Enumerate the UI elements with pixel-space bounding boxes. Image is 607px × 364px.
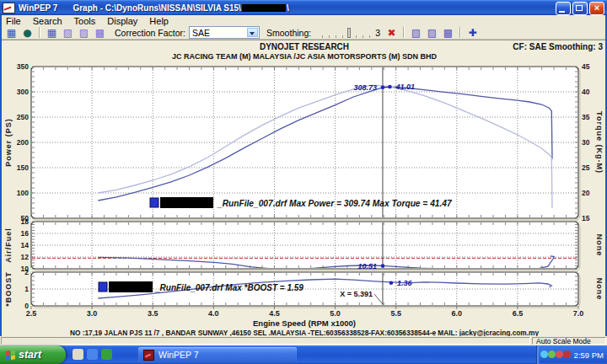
- internet-explorer-icon[interactable]: [87, 349, 98, 360]
- taskbar-clock[interactable]: 2:59 PM: [574, 351, 604, 360]
- globe-icon[interactable]: ●: [19, 27, 35, 39]
- tray-arrow-icon[interactable]: [540, 351, 548, 358]
- graph-workspace: DYNOJET RESEARCHJC RACING TEAM (M) MALAY…: [0, 40, 607, 336]
- legend-redaction: [160, 197, 213, 208]
- scale-mode-status: Auto Scale Mode: [532, 337, 606, 345]
- value-annotation: 1.36: [397, 279, 413, 287]
- chart-subtitle: JC RACING TEAM (M) MALAYSIA /JC ASIA MOT…: [172, 52, 438, 61]
- svg-text:150: 150: [17, 163, 29, 172]
- legend-text: _RunFile_007.drf Max Power = 309.74 Max …: [217, 199, 453, 208]
- svg-text:3.0: 3.0: [87, 309, 98, 318]
- pan-graph-icon[interactable]: ▨: [424, 27, 440, 39]
- smoothing-value: 3: [375, 28, 380, 38]
- marker-dot: [389, 281, 394, 286]
- system-tray: 2:59 PM: [536, 345, 607, 364]
- svg-text:1: 1: [24, 285, 29, 293]
- svg-text:30: 30: [582, 138, 590, 147]
- quick-launch: [73, 349, 112, 360]
- task-label: WinPEP 7: [158, 350, 199, 360]
- app-title: WinPEP 7: [19, 3, 57, 13]
- smoothing-label: Smoothing:: [266, 28, 311, 38]
- svg-text:350: 350: [17, 62, 29, 71]
- start-label: start: [19, 349, 41, 361]
- minimize-button[interactable]: [556, 2, 571, 15]
- x-axis-title: Engine Speed (RPM x1000): [253, 318, 356, 328]
- tray-icons: [540, 350, 571, 360]
- correction-factor-select[interactable]: SAE: [189, 26, 260, 39]
- svg-text:5.5: 5.5: [390, 309, 401, 318]
- svg-text:4.5: 4.5: [269, 309, 280, 318]
- y-axis-title: *BOOST: [4, 271, 13, 307]
- close-button[interactable]: ×: [589, 2, 604, 15]
- windows-flag-icon: [6, 350, 15, 361]
- cursor-x-label: X = 5.391: [340, 290, 373, 298]
- legend-text: _RunFile_007.drf Max *BOOST = 1.59: [154, 283, 304, 292]
- tray-shield-icon[interactable]: [556, 351, 563, 358]
- svg-text:2.5: 2.5: [26, 309, 37, 318]
- graph-power-icon[interactable]: ▦: [44, 27, 60, 39]
- toolbar-graph-icons: ▦▧▨▩: [44, 27, 108, 39]
- restore-button[interactable]: [572, 2, 588, 15]
- tray-clock-icon[interactable]: [563, 351, 571, 358]
- value-annotation: 10.51: [357, 262, 377, 270]
- svg-text:45: 45: [582, 62, 590, 71]
- y2-axis-title: None: [595, 234, 604, 257]
- menu-search[interactable]: Search: [27, 16, 68, 26]
- delete-run-icon[interactable]: ✖: [384, 27, 400, 39]
- svg-text:200: 200: [17, 138, 29, 147]
- smoothing-slider[interactable]: [316, 28, 370, 38]
- document-title: Graph - C:\DynoRuns\NISSAN\SILVIA S15\\: [73, 3, 288, 13]
- svg-text:20: 20: [582, 189, 590, 197]
- start-button[interactable]: start: [0, 345, 66, 364]
- status-segment: [1, 337, 530, 345]
- menu-tools[interactable]: Tools: [68, 16, 102, 26]
- svg-text:18: 18: [21, 217, 30, 226]
- svg-text:25: 25: [582, 163, 590, 172]
- chart-title: DYNOJET RESEARCH: [260, 42, 349, 51]
- media-player-icon[interactable]: [101, 349, 112, 360]
- show-desktop-icon[interactable]: [73, 349, 83, 360]
- toolbar-data-icons: ▦●: [3, 27, 35, 39]
- svg-text:12: 12: [21, 253, 30, 261]
- y-axis-title: Power (PS): [4, 118, 13, 167]
- toolbar-separator: [459, 27, 461, 38]
- move-axes-icon[interactable]: ✚: [465, 27, 481, 39]
- svg-text:15: 15: [582, 214, 590, 222]
- graph-overlay-icon[interactable]: ▧: [60, 27, 76, 39]
- value-annotation: 41.01: [395, 83, 415, 91]
- legend-swatch: [150, 198, 158, 207]
- app-icon: [3, 3, 15, 13]
- svg-text:4.0: 4.0: [208, 309, 219, 318]
- tray-network-icon[interactable]: [548, 351, 556, 358]
- y-axis-title: Air/Fuel: [4, 228, 13, 263]
- svg-text:7.0: 7.0: [573, 309, 584, 318]
- title-bar: WinPEP 7 Graph - C:\DynoRuns\NISSAN\SILV…: [0, 0, 607, 15]
- correction-factor-label: Correction Factor:: [115, 28, 185, 38]
- graph-compare-icon[interactable]: ▨: [76, 27, 92, 39]
- chevron-down-icon[interactable]: [247, 28, 258, 37]
- menu-bar: FileSearchToolsDisplayHelp: [0, 15, 607, 26]
- svg-text:35: 35: [582, 113, 590, 121]
- title-redaction: [242, 4, 286, 12]
- dyno-graph[interactable]: DYNOJET RESEARCHJC RACING TEAM (M) MALAY…: [0, 40, 607, 337]
- datasheet-icon[interactable]: ▦: [3, 27, 19, 39]
- zoom-out-icon[interactable]: ▩: [440, 27, 456, 39]
- legend-swatch: [99, 282, 107, 292]
- toolbar-tool-icons: ▧▨▩: [408, 27, 456, 39]
- toolbar-separator: [403, 27, 405, 38]
- zoom-select-icon[interactable]: ▧: [408, 27, 424, 39]
- svg-text:300: 300: [17, 88, 29, 96]
- taskbar: start WinPEP 7 2:59 PM: [0, 345, 607, 364]
- taskbar-task-winpep[interactable]: WinPEP 7: [138, 347, 297, 362]
- graph-curves-icon[interactable]: ▩: [92, 27, 108, 39]
- smoothing-slider-handle[interactable]: [347, 28, 351, 38]
- toolbar-clear-icon: ✖: [384, 27, 400, 39]
- toolbar-move-icon: ✚: [465, 27, 481, 39]
- svg-text:250: 250: [17, 113, 29, 121]
- svg-text:2: 2: [24, 268, 29, 276]
- chart-cf-info: CF: SAE Smoothing: 3: [513, 42, 603, 51]
- menu-display[interactable]: Display: [101, 16, 143, 26]
- y2-axis-title: None: [595, 278, 604, 301]
- menu-file[interactable]: File: [0, 16, 27, 26]
- menu-help[interactable]: Help: [143, 16, 175, 26]
